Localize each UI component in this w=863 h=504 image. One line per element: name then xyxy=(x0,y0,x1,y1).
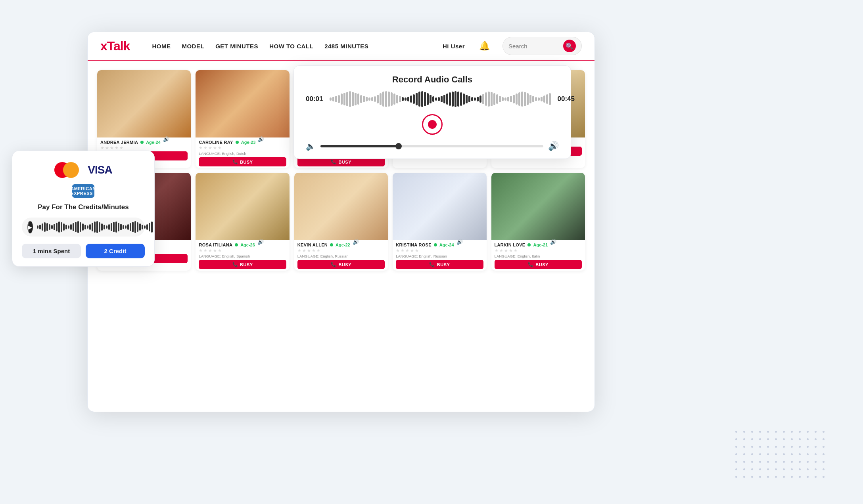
star-icon: ★ xyxy=(415,248,419,253)
model-age: Age-26 xyxy=(240,242,255,247)
waveform-bar xyxy=(382,92,384,107)
model-volume-icon[interactable]: 🔊 xyxy=(456,239,463,245)
nav-how-to-call[interactable]: HOW TO CALL xyxy=(269,43,313,50)
model-info: KRISTINA ROSEAge-24🔊★★★★★LANGUAGE: Engli… xyxy=(393,240,486,271)
waveform-bar xyxy=(452,92,454,107)
star-icon: ★ xyxy=(100,145,104,151)
payment-footer: 1 mins Spent 2 Credit xyxy=(22,244,145,258)
decoration-dot xyxy=(759,476,761,478)
audio-waveform-bar xyxy=(49,224,50,230)
phone-icon: 📞 xyxy=(331,262,337,267)
volume-slider[interactable] xyxy=(320,145,543,147)
model-volume-icon[interactable]: 🔊 xyxy=(257,239,264,245)
busy-button[interactable]: 📞BUSY xyxy=(199,260,286,269)
waveform-bar xyxy=(385,91,387,107)
decoration-dot xyxy=(735,446,737,448)
decoration-dot xyxy=(815,468,817,470)
bell-icon[interactable]: 🔔 xyxy=(479,41,490,51)
model-age: Age-22 xyxy=(336,242,350,247)
waveform-bar xyxy=(521,92,523,107)
model-stars: ★★★★★ xyxy=(297,248,385,253)
busy-label: BUSY xyxy=(338,160,351,164)
waveform-bar xyxy=(432,96,434,102)
decoration-dot xyxy=(751,468,753,470)
audio-waveform-bar xyxy=(75,222,77,232)
phone-icon: 📞 xyxy=(429,262,435,267)
model-name-row: LARKIN LOVEAge-21🔊 xyxy=(495,242,582,247)
search-button[interactable]: 🔍 xyxy=(563,40,576,52)
decoration-dot xyxy=(775,438,777,440)
record-button[interactable] xyxy=(422,114,443,135)
audio-waveform-bar xyxy=(120,224,122,230)
waveform-bar xyxy=(399,96,401,102)
decoration-dot xyxy=(767,446,769,448)
star-icon: ★ xyxy=(504,248,508,253)
busy-button[interactable]: 📞BUSY xyxy=(199,157,286,166)
phone-icon: 📞 xyxy=(232,159,238,164)
model-volume-icon[interactable]: 🔊 xyxy=(353,239,359,245)
amex-logo: AMERICANEXPRESS xyxy=(72,184,94,198)
decoration-dot xyxy=(823,453,825,455)
model-card: ROSA ITILIANAAge-26🔊★★★★★LANGUAGE: Engli… xyxy=(196,173,289,271)
waveform-bar xyxy=(471,97,473,101)
decoration-dot xyxy=(743,476,745,478)
decoration-dot xyxy=(775,461,777,463)
model-volume-icon[interactable]: 🔊 xyxy=(550,239,556,245)
busy-button[interactable]: 📞BUSY xyxy=(495,260,582,269)
audio-waveform-bar xyxy=(139,223,141,231)
busy-label: BUSY xyxy=(240,160,253,164)
decoration-dot xyxy=(807,453,809,455)
decoration-dot xyxy=(783,438,785,440)
waveform-bar xyxy=(455,91,456,107)
play-button[interactable]: ▶ xyxy=(27,221,33,233)
decoration-dot xyxy=(791,431,793,433)
search-bar: 🔍 xyxy=(502,37,582,55)
busy-label: BUSY xyxy=(338,262,351,267)
models-grid-row2: Age-33🔊★★★★★📞BUSYROSA ITILIANAAge-26🔊★★★… xyxy=(88,170,595,273)
decoration-dot xyxy=(823,438,825,440)
waveform-bar xyxy=(421,91,423,107)
decoration-dot xyxy=(767,476,769,478)
model-name-row: ANDREA JERMIAAge-24🔊 xyxy=(100,140,188,145)
model-info: CAROLINE RAYAge-23🔊★★★★★LANGUAGE: Englis… xyxy=(196,137,289,168)
nav-minutes[interactable]: 2485 MINUTES xyxy=(324,43,368,50)
model-stars: ★★★★★ xyxy=(199,248,286,253)
decoration-dot xyxy=(767,453,769,455)
credit-button[interactable]: 2 Credit xyxy=(86,244,145,258)
waveform-bar xyxy=(474,97,476,101)
model-card: LARKIN LOVEAge-21🔊★★★★★LANGUAGE: English… xyxy=(491,173,585,271)
waveform-bar xyxy=(374,96,376,102)
model-card: KRISTINA ROSEAge-24🔊★★★★★LANGUAGE: Engli… xyxy=(393,173,486,271)
decoration-dot xyxy=(759,453,761,455)
decoration-dot xyxy=(791,446,793,448)
busy-button[interactable]: 📞BUSY xyxy=(297,260,385,269)
model-volume-icon[interactable]: 🔊 xyxy=(163,136,169,142)
online-indicator xyxy=(330,243,333,246)
star-icon: ★ xyxy=(208,145,212,151)
nav-greeting: Hi User xyxy=(443,43,465,50)
phone-icon: 📞 xyxy=(528,262,534,267)
search-input[interactable] xyxy=(508,43,560,50)
waveform-bar xyxy=(466,95,468,103)
waveform-bar xyxy=(507,97,509,101)
nav-model[interactable]: MODEL xyxy=(182,43,204,50)
waveform-bar xyxy=(430,95,432,103)
audio-waveform-bar xyxy=(96,221,98,233)
model-volume-icon[interactable]: 🔊 xyxy=(258,136,264,142)
volume-mute-icon: 🔈 xyxy=(306,141,316,151)
star-icon: ★ xyxy=(203,145,207,151)
nav-home[interactable]: HOME xyxy=(152,43,171,50)
waveform-bar xyxy=(405,97,407,101)
star-icon: ★ xyxy=(105,145,109,151)
waveform-bar xyxy=(363,96,365,102)
star-icon: ★ xyxy=(410,248,414,253)
waveform-bar xyxy=(424,92,426,106)
star-icon: ★ xyxy=(208,248,212,253)
model-name-row: CAROLINE RAYAge-23🔊 xyxy=(199,140,286,145)
waveform xyxy=(330,91,551,107)
busy-button[interactable]: 📞BUSY xyxy=(396,260,483,269)
waveform-bar xyxy=(535,97,537,101)
model-language: LANGUAGE: English, Spanish xyxy=(199,254,286,258)
nav-get-minutes[interactable]: GET MINUTES xyxy=(215,43,258,50)
decoration-dot xyxy=(783,431,785,433)
